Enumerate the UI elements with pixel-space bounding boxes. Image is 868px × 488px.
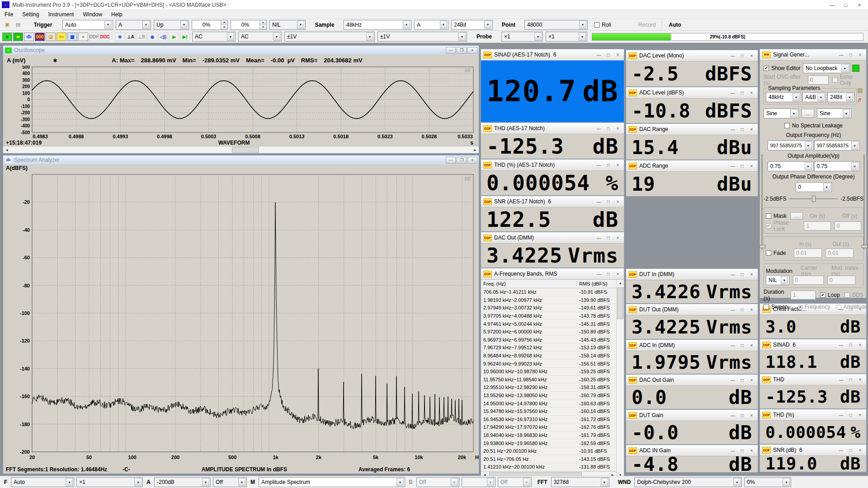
trigger-level-spinner[interactable]: 0%▲▼: [192, 20, 228, 30]
meter-titlebar[interactable]: DDP SNR (AES-17 Notch) 6 — □ ×: [481, 196, 624, 207]
trigger-mode-select[interactable]: Auto▼: [62, 20, 113, 30]
duration-field[interactable]: 1: [791, 291, 816, 300]
fft-size-select[interactable]: 32768▼: [551, 477, 609, 487]
echo-only-checkbox[interactable]: [832, 77, 838, 83]
balance-slider[interactable]: [789, 198, 838, 199]
close-icon[interactable]: ×: [747, 90, 756, 95]
menu-help[interactable]: Help: [107, 10, 127, 19]
loop-checkbox[interactable]: [820, 292, 826, 298]
roll-checkbox[interactable]: [594, 22, 599, 28]
close-icon[interactable]: ×: [747, 164, 756, 169]
table-row[interactable]: 7.96729 kHz~7.99512 kHz-153.19 dBFS: [481, 344, 616, 352]
minimize-icon[interactable]: —: [728, 343, 737, 348]
fade-in-field[interactable]: 0.01: [794, 249, 822, 258]
meter-titlebar[interactable]: DDP DUT Gain — □ ×: [626, 410, 758, 421]
minimize-icon[interactable]: —: [728, 448, 737, 453]
trigger-edge-select[interactable]: Up▼: [154, 20, 189, 30]
meter-titlebar[interactable]: DDP DUT In (DMM) — □ ×: [626, 269, 758, 280]
meter-titlebar[interactable]: DDP THD (AES-17 Notch) — □ ×: [481, 123, 624, 134]
maximize-icon[interactable]: □: [737, 307, 747, 312]
sample-rate-select[interactable]: 48kHz▼: [344, 20, 411, 30]
frequency-b-select[interactable]: 997.55859375▼: [814, 141, 860, 150]
signal-generator-icon[interactable]: ≋: [13, 33, 23, 41]
close-icon[interactable]: ×: [613, 126, 623, 131]
run-icon[interactable]: ▶: [169, 33, 179, 41]
mask-checkbox[interactable]: [766, 213, 771, 219]
table-row[interactable]: 2.97949 kHz~3.00732 kHz-149.61 dBFS: [481, 304, 616, 312]
auto-button[interactable]: Auto: [669, 22, 681, 28]
frequency-slider-left[interactable]: [761, 155, 763, 249]
close-icon[interactable]: ×: [855, 448, 865, 453]
close-icon[interactable]: ×: [855, 343, 865, 347]
maximize-icon[interactable]: □: [737, 127, 747, 132]
gen-bits-select[interactable]: 24Bit▼: [827, 92, 854, 102]
coupling-a-select[interactable]: AC▼: [192, 32, 236, 42]
fade-out-field[interactable]: 0.01: [826, 249, 854, 258]
close-icon[interactable]: ×: [613, 272, 623, 277]
maximize-icon[interactable]: □: [846, 448, 855, 453]
meter-titlebar[interactable]: DDP THD (%) — □ ×: [760, 409, 866, 421]
minimize-icon[interactable]: —: [836, 343, 846, 347]
oscilloscope-icon[interactable]: ≈: [2, 33, 12, 41]
table-row[interactable]: 14.95000 kHz~14.97800 kHz-160.63 dBFS: [481, 399, 616, 408]
table-row[interactable]: 17.94290 kHz~17.97070 kHz-162.76 dBFS: [481, 423, 616, 432]
start-osc-field[interactable]: 0: [808, 75, 829, 84]
maximize-icon[interactable]: □: [737, 90, 747, 95]
sweep-amplitude-radio[interactable]: [836, 305, 841, 310]
minimize-icon[interactable]: —: [728, 378, 737, 383]
spectrum-analyzer-icon[interactable]: ıllı: [24, 33, 34, 41]
table-row[interactable]: 706.05 Hz~1.41211 kHz-10.91 dBFS: [481, 288, 616, 296]
minimize-icon[interactable]: —: [836, 413, 846, 418]
meter-titlebar[interactable]: DDP ADC In (DMM) — □ ×: [626, 340, 758, 351]
music-note-icon[interactable]: ♬: [857, 96, 863, 103]
minimize-icon[interactable]: —: [594, 235, 604, 240]
gen-channels-select[interactable]: A&B▼: [802, 92, 826, 102]
loopback-select[interactable]: No Loopback▼: [803, 63, 850, 73]
close-icon[interactable]: ×: [747, 378, 756, 383]
range-b-select[interactable]: ±1V▼: [377, 32, 467, 42]
table-row[interactable]: 19.93800 kHz~19.96580 kHz-162.59 dBFS: [481, 439, 616, 447]
menu-setting[interactable]: Setting: [18, 10, 43, 19]
phase-lock-checkbox[interactable]: [766, 223, 771, 229]
sound-device-icon[interactable]: ◁)): [158, 33, 168, 41]
sweep-frequency-radio[interactable]: [798, 305, 803, 310]
minimize-icon[interactable]: —: [826, 0, 839, 9]
table-row[interactable]: 18.94040 kHz~18.96830 kHz-161.79 dBFS: [481, 432, 616, 440]
maximize-icon[interactable]: □: [604, 163, 613, 168]
aux-select-1[interactable]: ▼: [462, 477, 495, 487]
oscilloscope-titlebar[interactable]: ≈ Oscilloscope — ❒ ×: [3, 46, 479, 55]
table-row[interactable]: 13.95260 kHz~13.98050 kHz-160.79 dBFS: [481, 392, 616, 400]
amplitude-a-select[interactable]: 0.75▼: [768, 161, 813, 171]
meter-titlebar[interactable]: DDP ADC IN Gain — □ ×: [626, 445, 758, 456]
record-button[interactable]: Record: [638, 22, 656, 28]
minimize-icon[interactable]: —: [594, 272, 604, 277]
zero-channel-b-icon[interactable]: ⊥B: [137, 33, 146, 41]
meter-titlebar[interactable]: DDP ADC Level (dBFS) — □ ×: [626, 87, 758, 99]
frequency-slider-right[interactable]: [863, 155, 865, 249]
close-icon[interactable]: ×: [747, 343, 756, 348]
meter-titlebar[interactable]: DDPA-Frequency Bands, RMS—□×: [481, 268, 624, 280]
minimize-icon[interactable]: —: [836, 52, 846, 57]
a-range-select[interactable]: -200dB▼: [154, 477, 211, 487]
maximize-icon[interactable]: □: [604, 272, 613, 277]
minimize-icon[interactable]: —: [594, 126, 604, 131]
range-a-select[interactable]: ±1V▼: [284, 32, 375, 42]
table-row[interactable]: 6.96973 kHz~6.99756 kHz-145.43 dBFS: [481, 336, 616, 344]
close-icon[interactable]: ×: [613, 235, 623, 240]
minimize-icon[interactable]: —: [446, 157, 456, 164]
maximize-icon[interactable]: □: [604, 235, 613, 240]
spectrum-titlebar[interactable]: ıllı Spectrum Analyzer — ❒ ×: [3, 155, 479, 164]
meter-titlebar[interactable]: DDP DAC Range — □ ×: [626, 124, 758, 135]
table-row[interactable]: 15.94780 kHz~15.97560 kHz-160.16 dBFS: [481, 408, 616, 416]
menu-window[interactable]: Window: [78, 10, 107, 19]
close-icon[interactable]: ×: [853, 0, 866, 9]
table-row[interactable]: 10.96000 kHz~10.98780 kHz-159.25 dBFS: [481, 368, 616, 376]
minimize-icon[interactable]: —: [728, 413, 737, 418]
close-icon[interactable]: ×: [747, 127, 756, 132]
signal-generator-titlebar[interactable]: ≋≋ Signal Gener... — □ ×: [760, 49, 866, 61]
overlap-select[interactable]: 0%▼: [744, 477, 791, 487]
minimize-icon[interactable]: —: [836, 377, 846, 382]
multimeter-icon[interactable]: 000: [35, 33, 45, 41]
reset-icon[interactable]: ◉: [147, 33, 157, 41]
zero-channel-a-icon[interactable]: ⊥A: [126, 33, 136, 41]
